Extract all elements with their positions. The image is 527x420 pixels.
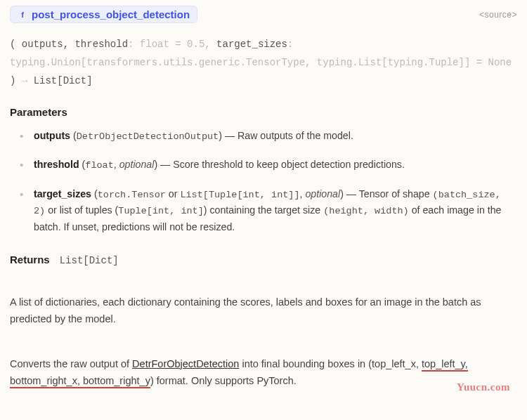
highlight-bottom-right: bottom_right_x, bottom_right_y [10, 375, 150, 388]
returns-description: A list of dictionaries, each dictionary … [10, 294, 517, 328]
param-name: target_sizes [34, 188, 91, 199]
param-desc: Score threshold to keep object detection… [173, 159, 405, 170]
param-optional: optional [119, 159, 155, 170]
param-code-b: Tuple[int, int] [118, 206, 204, 216]
param-type-close: ) — [219, 130, 238, 141]
sig-close: ) [10, 75, 22, 86]
param-type-close: ) — [154, 159, 173, 170]
detr-link[interactable]: DetrForObjectDetection [132, 358, 239, 369]
desc-a: Converts the raw output of [10, 358, 132, 369]
function-name: post_process_object_detection [32, 8, 190, 20]
param-desc-b: or list of tuples ( [45, 204, 118, 216]
list-item: threshold (float, optional) — Score thre… [22, 157, 517, 173]
param-or: or [166, 188, 181, 199]
function-description: Converts the raw output of DetrForObject… [10, 356, 517, 390]
sig-param-threshold: threshold [74, 39, 128, 50]
param-optional-sep: , [114, 159, 119, 170]
function-signature: ( outputs, threshold: float = 0.5, targe… [10, 36, 517, 91]
param-name: threshold [34, 159, 79, 170]
param-type-open: ( [70, 130, 77, 141]
param-desc: Raw outputs of the model. [238, 130, 353, 141]
desc-d: ) format. Only supports PyTorch. [150, 375, 297, 386]
param-type-close: ) — [340, 188, 359, 199]
sig-param-outputs: outputs [22, 39, 63, 50]
returns-label: Returns [10, 254, 50, 265]
list-item: outputs (DetrObjectDetectionOutput) — Ra… [22, 128, 517, 145]
returns-type: List[Dict] [60, 255, 119, 266]
param-type-open: ( [91, 188, 98, 199]
parameters-heading: Parameters [10, 106, 517, 118]
param-type-open: ( [79, 159, 86, 170]
param-desc-a: Tensor of shape [359, 188, 433, 199]
highlight-top-left-y: top_left_y, [422, 358, 468, 372]
param-code-c: (height, width) [323, 206, 409, 216]
param-desc-c: ) containing the target size [204, 204, 323, 216]
sig-return-type: List[Dict] [34, 75, 93, 86]
param-type-code-alt: List[Tuple[int, int]] [180, 190, 299, 200]
sig-threshold-type: : float = 0.5, [128, 39, 216, 50]
param-type-code: float [85, 160, 114, 171]
sig-arrow: → [22, 75, 34, 86]
desc-b: into final bounding boxes in (top_left_x… [239, 358, 422, 369]
function-header: f post_process_object_detection <source> [10, 6, 517, 23]
sig-sep: , [63, 39, 75, 50]
param-type-code: torch.Tensor [98, 190, 166, 200]
sig-open: ( [10, 39, 22, 50]
param-type-code: DetrObjectDetectionOutput [77, 131, 219, 142]
source-link[interactable]: <source> [479, 10, 517, 20]
parameters-list: outputs (DetrObjectDetectionOutput) — Ra… [10, 128, 517, 235]
sig-param-target-sizes: target_sizes [216, 39, 287, 50]
list-item: target_sizes (torch.Tensor or List[Tuple… [22, 186, 517, 235]
function-badge: f post_process_object_detection [10, 6, 197, 23]
param-optional: optional [305, 188, 340, 199]
param-name: outputs [34, 130, 70, 141]
function-icon: f [18, 10, 27, 20]
returns-row: Returns List[Dict] [10, 254, 517, 266]
